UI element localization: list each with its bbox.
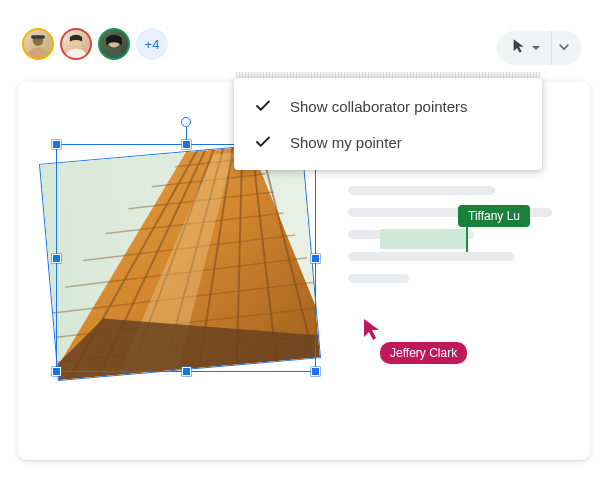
avatar-overflow-count[interactable]: +4 <box>136 28 168 60</box>
menu-item-show-my-pointer[interactable]: Show my pointer <box>234 124 542 160</box>
chevron-down-icon <box>558 39 570 57</box>
menu-item-label: Show my pointer <box>290 134 402 151</box>
check-icon <box>254 133 272 151</box>
text-placeholder-line <box>348 186 495 195</box>
avatar[interactable] <box>98 28 130 60</box>
text-placeholder-line <box>348 274 409 283</box>
resize-handle-mr[interactable] <box>311 254 320 263</box>
selected-image[interactable] <box>56 144 316 372</box>
menu-item-label: Show collaborator pointers <box>290 98 468 115</box>
menu-item-show-collaborator-pointers[interactable]: Show collaborator pointers <box>234 88 542 124</box>
collaborator-avatars: +4 <box>22 28 168 60</box>
rotate-handle[interactable] <box>181 117 191 127</box>
resize-handle-br[interactable] <box>311 367 320 376</box>
collaborator-text-selection <box>380 229 466 249</box>
caret-down-icon <box>531 39 541 57</box>
rotate-connector <box>186 127 187 141</box>
resize-handle-ml[interactable] <box>52 254 61 263</box>
resize-handle-bl[interactable] <box>52 367 61 376</box>
collaborator-name-tag: Tiffany Lu <box>458 205 530 227</box>
pointer-button-main[interactable] <box>497 31 551 65</box>
resize-handle-tl[interactable] <box>52 140 61 149</box>
collaborator-name-tag: Jeffery Clark <box>380 342 467 364</box>
pointer-dropdown-button[interactable] <box>497 31 582 65</box>
collaborator-pointer <box>362 318 382 346</box>
pointer-button-expand[interactable] <box>551 31 582 65</box>
resize-handle-tm[interactable] <box>182 140 191 149</box>
svg-point-4 <box>65 48 88 58</box>
pointer-dropdown-menu: Show collaborator pointers Show my point… <box>234 78 542 170</box>
resize-handle-bm[interactable] <box>182 367 191 376</box>
svg-point-6 <box>103 48 126 58</box>
avatar[interactable] <box>22 28 54 60</box>
svg-rect-2 <box>31 35 45 39</box>
collaborator-caret <box>466 226 468 252</box>
cursor-icon <box>511 38 527 58</box>
text-placeholder-line <box>348 252 515 261</box>
avatar[interactable] <box>60 28 92 60</box>
svg-point-1 <box>28 48 49 59</box>
selection-bounding-box <box>56 144 316 372</box>
check-icon <box>254 97 272 115</box>
